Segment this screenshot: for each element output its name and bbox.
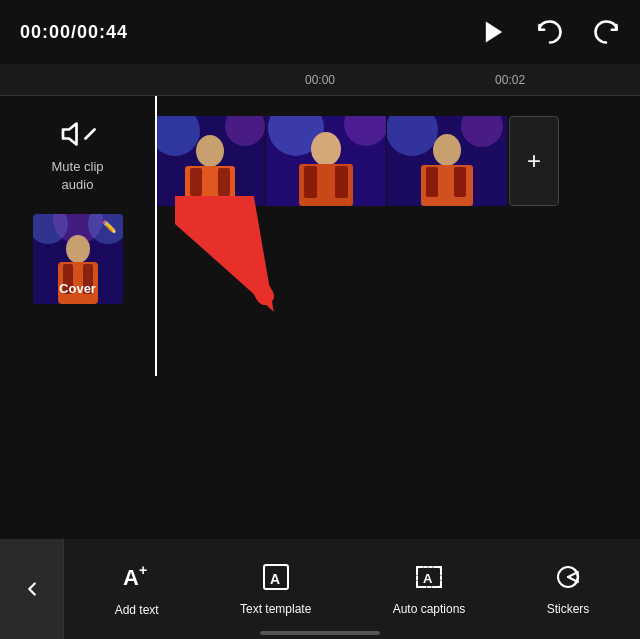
timeline-ruler: 00:00 00:02: [0, 64, 640, 96]
top-bar: 00:00/00:44: [0, 0, 640, 64]
mute-icon: [60, 116, 96, 152]
add-clip-icon: +: [527, 147, 541, 175]
red-arrow-svg: [175, 196, 305, 326]
clip-1[interactable]: [155, 116, 265, 206]
back-button[interactable]: [0, 539, 64, 639]
left-panel: Mute clip audio ✏️ Cover: [0, 96, 155, 376]
auto-captions-svg: A: [414, 562, 444, 592]
undo-button[interactable]: [536, 18, 564, 46]
mute-label: Mute clip audio: [51, 158, 103, 194]
clips-row: +: [155, 116, 640, 206]
add-text-label: Add text: [115, 603, 159, 617]
add-text-icon: A +: [121, 561, 153, 597]
svg-rect-30: [426, 167, 438, 197]
edit-area: Mute clip audio ✏️ Cover: [0, 96, 640, 376]
cover-thumbnail[interactable]: ✏️ Cover: [33, 214, 123, 304]
clip-3-art: [387, 116, 507, 206]
tools-row: A + Add text A Text template: [64, 539, 640, 639]
text-template-icon: A: [261, 562, 291, 596]
svg-marker-1: [63, 124, 77, 145]
svg-rect-23: [304, 166, 317, 198]
text-template-svg: A: [261, 562, 291, 592]
svg-line-33: [215, 206, 265, 296]
ruler-label-0: 00:00: [305, 73, 335, 87]
clip-2-art: [266, 116, 386, 206]
arrow-indicator: [175, 196, 305, 330]
timeline-area[interactable]: +: [155, 96, 640, 376]
ruler-label-1: 00:02: [495, 73, 525, 87]
text-template-label: Text template: [240, 602, 311, 616]
bottom-bar: A + Add text A Text template: [0, 539, 640, 639]
stickers-label: Stickers: [547, 602, 590, 616]
add-text-svg: A +: [121, 561, 153, 593]
back-icon: [21, 578, 43, 600]
svg-text:A: A: [423, 571, 433, 586]
playhead: [155, 96, 157, 376]
clip-3[interactable]: [387, 116, 507, 206]
tool-auto-captions[interactable]: A Auto captions: [383, 554, 476, 624]
mute-icon-wrap[interactable]: [60, 116, 96, 152]
home-indicator: [260, 631, 380, 635]
svg-rect-16: [190, 168, 202, 196]
clip-2[interactable]: [266, 116, 386, 206]
svg-point-28: [433, 134, 461, 166]
svg-point-7: [66, 235, 90, 263]
svg-point-21: [311, 132, 341, 166]
auto-captions-label: Auto captions: [393, 602, 466, 616]
svg-text:A: A: [123, 565, 139, 590]
svg-rect-24: [335, 166, 348, 198]
tool-stickers[interactable]: Stickers: [537, 554, 600, 624]
stickers-svg: [553, 562, 583, 592]
auto-captions-icon: A: [414, 562, 444, 596]
svg-point-14: [196, 135, 224, 167]
redo-button[interactable]: [592, 18, 620, 46]
cover-label: Cover: [59, 281, 96, 296]
cover-edit-icon: ✏️: [102, 220, 117, 234]
svg-rect-17: [218, 168, 230, 196]
top-controls: [480, 18, 620, 46]
tool-text-template[interactable]: A Text template: [230, 554, 321, 624]
svg-marker-0: [486, 22, 502, 43]
svg-line-2: [85, 130, 94, 139]
stickers-icon: [553, 562, 583, 596]
svg-rect-31: [454, 167, 466, 197]
time-display: 00:00/00:44: [20, 22, 128, 43]
add-clip-button[interactable]: +: [509, 116, 559, 206]
svg-text:A: A: [270, 571, 280, 587]
play-button[interactable]: [480, 18, 508, 46]
tool-add-text[interactable]: A + Add text: [105, 553, 169, 625]
svg-text:+: +: [139, 562, 147, 578]
clip-1-art: [155, 116, 265, 206]
